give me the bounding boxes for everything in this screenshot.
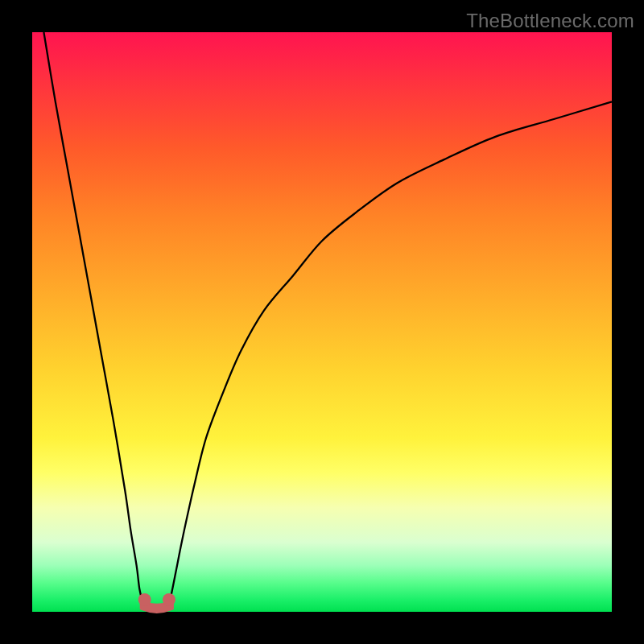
curve-layer xyxy=(32,32,612,612)
watermark-text: TheBottleneck.com xyxy=(466,10,634,32)
chart-frame: TheBottleneck.com xyxy=(0,0,644,644)
marker-a xyxy=(138,593,151,606)
marker-b xyxy=(163,593,175,606)
plot-area xyxy=(32,32,612,612)
curve-right xyxy=(168,101,612,605)
curve-left xyxy=(43,32,145,606)
